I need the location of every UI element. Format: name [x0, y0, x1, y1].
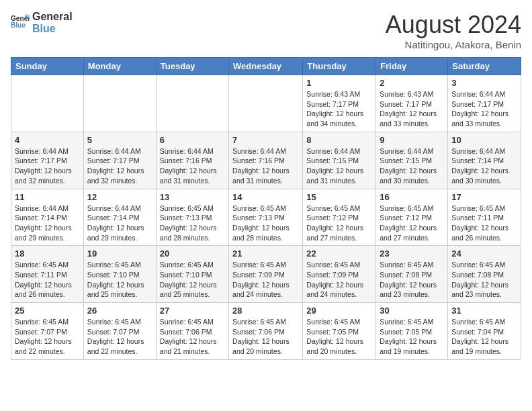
day-cell: 29Sunrise: 6:45 AM Sunset: 7:05 PM Dayli… [303, 303, 376, 360]
day-cell: 3Sunrise: 6:44 AM Sunset: 7:17 PM Daylig… [448, 75, 521, 132]
day-cell [83, 75, 156, 132]
page-header: General Blue General Blue August 2024 Na… [11, 11, 521, 50]
day-number: 20 [160, 248, 225, 259]
day-number: 5 [87, 135, 152, 145]
week-row-4: 18Sunrise: 6:45 AM Sunset: 7:11 PM Dayli… [11, 246, 521, 303]
day-number: 29 [306, 306, 372, 316]
day-cell: 27Sunrise: 6:45 AM Sunset: 7:06 PM Dayli… [156, 303, 228, 360]
day-info: Sunrise: 6:45 AM Sunset: 7:10 PM Dayligh… [87, 260, 152, 300]
day-cell [156, 75, 228, 132]
logo: General Blue General Blue [11, 11, 73, 34]
day-info: Sunrise: 6:45 AM Sunset: 7:05 PM Dayligh… [306, 317, 372, 357]
day-number: 13 [160, 192, 225, 202]
header-cell-saturday: Saturday [448, 58, 521, 75]
day-cell: 25Sunrise: 6:45 AM Sunset: 7:07 PM Dayli… [11, 303, 84, 360]
week-row-3: 11Sunrise: 6:44 AM Sunset: 7:14 PM Dayli… [11, 189, 521, 246]
day-info: Sunrise: 6:45 AM Sunset: 7:13 PM Dayligh… [232, 203, 299, 243]
day-cell: 4Sunrise: 6:44 AM Sunset: 7:17 PM Daylig… [11, 132, 84, 189]
calendar-table: SundayMondayTuesdayWednesdayThursdayFrid… [11, 57, 521, 360]
day-number: 23 [380, 248, 444, 259]
day-cell: 18Sunrise: 6:45 AM Sunset: 7:11 PM Dayli… [11, 246, 84, 303]
day-number: 17 [451, 192, 517, 202]
day-number: 31 [451, 306, 517, 316]
logo-general: General [32, 11, 73, 23]
header-cell-monday: Monday [83, 58, 156, 75]
day-number: 30 [380, 306, 444, 316]
day-number: 4 [15, 135, 80, 145]
day-number: 1 [306, 78, 372, 88]
day-number: 26 [87, 306, 152, 316]
day-number: 9 [380, 135, 444, 145]
day-info: Sunrise: 6:44 AM Sunset: 7:14 PM Dayligh… [451, 146, 517, 186]
day-cell: 12Sunrise: 6:44 AM Sunset: 7:14 PM Dayli… [83, 189, 156, 246]
month-year: August 2024 [386, 11, 521, 39]
day-number: 8 [306, 135, 372, 145]
logo-icon: General Blue [11, 13, 30, 32]
day-number: 2 [380, 78, 444, 88]
day-info: Sunrise: 6:44 AM Sunset: 7:14 PM Dayligh… [15, 203, 80, 243]
day-number: 10 [451, 135, 517, 145]
day-number: 15 [306, 192, 372, 202]
day-info: Sunrise: 6:45 AM Sunset: 7:06 PM Dayligh… [160, 317, 225, 357]
svg-text:Blue: Blue [11, 21, 26, 29]
day-number: 11 [15, 192, 80, 202]
day-info: Sunrise: 6:45 AM Sunset: 7:13 PM Dayligh… [160, 203, 225, 243]
day-info: Sunrise: 6:45 AM Sunset: 7:07 PM Dayligh… [15, 317, 80, 357]
day-info: Sunrise: 6:45 AM Sunset: 7:06 PM Dayligh… [232, 317, 299, 357]
location: Natitingou, Atakora, Benin [386, 39, 521, 50]
day-cell: 16Sunrise: 6:45 AM Sunset: 7:12 PM Dayli… [376, 189, 448, 246]
day-info: Sunrise: 6:45 AM Sunset: 7:12 PM Dayligh… [380, 203, 444, 243]
day-number: 24 [451, 248, 517, 259]
day-cell [229, 75, 303, 132]
day-info: Sunrise: 6:45 AM Sunset: 7:11 PM Dayligh… [451, 203, 517, 243]
header-cell-tuesday: Tuesday [156, 58, 228, 75]
day-info: Sunrise: 6:45 AM Sunset: 7:12 PM Dayligh… [306, 203, 372, 243]
day-number: 14 [232, 192, 299, 202]
day-info: Sunrise: 6:45 AM Sunset: 7:05 PM Dayligh… [380, 317, 444, 357]
day-number: 27 [160, 306, 225, 316]
day-cell: 13Sunrise: 6:45 AM Sunset: 7:13 PM Dayli… [156, 189, 228, 246]
day-number: 3 [451, 78, 517, 88]
day-number: 21 [232, 248, 299, 259]
day-info: Sunrise: 6:44 AM Sunset: 7:16 PM Dayligh… [160, 146, 225, 186]
day-cell: 19Sunrise: 6:45 AM Sunset: 7:10 PM Dayli… [83, 246, 156, 303]
day-cell: 2Sunrise: 6:43 AM Sunset: 7:17 PM Daylig… [376, 75, 448, 132]
day-number: 12 [87, 192, 152, 202]
day-number: 18 [15, 248, 80, 259]
day-info: Sunrise: 6:45 AM Sunset: 7:10 PM Dayligh… [160, 260, 225, 300]
day-info: Sunrise: 6:44 AM Sunset: 7:17 PM Dayligh… [87, 146, 152, 186]
day-info: Sunrise: 6:45 AM Sunset: 7:11 PM Dayligh… [15, 260, 80, 300]
day-cell: 31Sunrise: 6:45 AM Sunset: 7:04 PM Dayli… [448, 303, 521, 360]
day-cell: 20Sunrise: 6:45 AM Sunset: 7:10 PM Dayli… [156, 246, 228, 303]
day-cell: 21Sunrise: 6:45 AM Sunset: 7:09 PM Dayli… [229, 246, 303, 303]
day-info: Sunrise: 6:43 AM Sunset: 7:17 PM Dayligh… [306, 89, 372, 129]
day-number: 16 [380, 192, 444, 202]
day-cell: 8Sunrise: 6:44 AM Sunset: 7:15 PM Daylig… [303, 132, 376, 189]
day-cell: 24Sunrise: 6:45 AM Sunset: 7:08 PM Dayli… [448, 246, 521, 303]
day-info: Sunrise: 6:44 AM Sunset: 7:14 PM Dayligh… [87, 203, 152, 243]
day-info: Sunrise: 6:45 AM Sunset: 7:04 PM Dayligh… [451, 317, 517, 357]
day-number: 25 [15, 306, 80, 316]
day-cell: 23Sunrise: 6:45 AM Sunset: 7:08 PM Dayli… [376, 246, 448, 303]
week-row-1: 1Sunrise: 6:43 AM Sunset: 7:17 PM Daylig… [11, 75, 521, 132]
week-row-5: 25Sunrise: 6:45 AM Sunset: 7:07 PM Dayli… [11, 303, 521, 360]
day-cell: 7Sunrise: 6:44 AM Sunset: 7:16 PM Daylig… [229, 132, 303, 189]
day-cell: 28Sunrise: 6:45 AM Sunset: 7:06 PM Dayli… [229, 303, 303, 360]
day-cell: 14Sunrise: 6:45 AM Sunset: 7:13 PM Dayli… [229, 189, 303, 246]
day-number: 6 [160, 135, 225, 145]
day-cell: 26Sunrise: 6:45 AM Sunset: 7:07 PM Dayli… [83, 303, 156, 360]
day-cell: 6Sunrise: 6:44 AM Sunset: 7:16 PM Daylig… [156, 132, 228, 189]
day-info: Sunrise: 6:45 AM Sunset: 7:09 PM Dayligh… [232, 260, 299, 300]
day-info: Sunrise: 6:45 AM Sunset: 7:07 PM Dayligh… [87, 317, 152, 357]
day-cell: 30Sunrise: 6:45 AM Sunset: 7:05 PM Dayli… [376, 303, 448, 360]
day-info: Sunrise: 6:45 AM Sunset: 7:08 PM Dayligh… [451, 260, 517, 300]
day-cell: 9Sunrise: 6:44 AM Sunset: 7:15 PM Daylig… [376, 132, 448, 189]
header-cell-sunday: Sunday [11, 58, 84, 75]
header-row: SundayMondayTuesdayWednesdayThursdayFrid… [11, 58, 521, 75]
header-cell-friday: Friday [376, 58, 448, 75]
day-info: Sunrise: 6:45 AM Sunset: 7:09 PM Dayligh… [306, 260, 372, 300]
day-number: 19 [87, 248, 152, 259]
calendar-header: SundayMondayTuesdayWednesdayThursdayFrid… [11, 58, 521, 75]
header-cell-wednesday: Wednesday [229, 58, 303, 75]
day-info: Sunrise: 6:45 AM Sunset: 7:08 PM Dayligh… [380, 260, 444, 300]
